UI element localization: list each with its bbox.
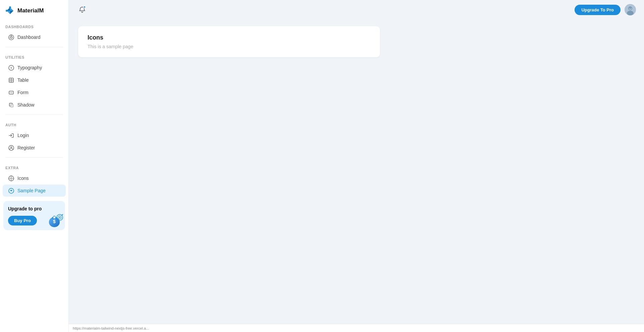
sidebar-item-label-register: Register xyxy=(17,145,35,150)
section-label-dashboards: Dashboards xyxy=(0,20,68,31)
section-utilities: Utilities T Typography Table xyxy=(0,51,68,111)
app-name: MaterialM xyxy=(17,7,44,14)
topbar: Upgrade To Pro xyxy=(69,0,644,19)
divider-3 xyxy=(5,157,63,158)
dashboard-icon xyxy=(8,34,14,40)
svg-line-33 xyxy=(62,214,63,215)
upgrade-to-pro-button[interactable]: Upgrade To Pro xyxy=(575,5,621,15)
svg-point-38 xyxy=(631,8,632,9)
main-area: Upgrade To Pro Icons This is a sample pa… xyxy=(69,0,644,332)
section-dashboards: Dashboards Dashboard xyxy=(0,20,68,44)
section-extra: Extra Icons xyxy=(0,161,68,197)
sidebar-item-shadow[interactable]: Shadow xyxy=(3,99,66,111)
sidebar-item-sample-page[interactable]: Sample Page xyxy=(3,185,66,197)
topbar-left xyxy=(77,4,88,15)
form-icon xyxy=(8,89,14,95)
sidebar-item-label-form: Form xyxy=(17,90,29,95)
sidebar-item-typography[interactable]: T Typography xyxy=(3,62,66,74)
sidebar-item-register[interactable]: Register xyxy=(3,142,66,154)
notification-bell-button[interactable] xyxy=(77,4,88,15)
svg-point-37 xyxy=(629,8,630,9)
section-auth: Auth Login Register xyxy=(0,118,68,154)
user-avatar[interactable] xyxy=(625,4,636,15)
svg-point-28 xyxy=(53,216,56,219)
sidebar-item-login[interactable]: Login xyxy=(3,129,66,141)
upgrade-card-illustration: $ xyxy=(46,211,63,228)
sidebar-item-table[interactable]: Table xyxy=(3,74,66,86)
page-subtitle: This is a sample page xyxy=(88,44,371,49)
icons-icon xyxy=(8,175,14,181)
sidebar-item-form[interactable]: Form xyxy=(3,86,66,98)
sample-page-icon xyxy=(8,188,14,194)
sidebar-item-label-login: Login xyxy=(17,133,29,138)
statusbar-url: https://materialm-tailwind-nextjs-free.v… xyxy=(73,326,149,330)
sidebar-item-label-dashboard: Dashboard xyxy=(17,35,41,40)
login-icon xyxy=(8,132,14,138)
sidebar-item-label-sample-page: Sample Page xyxy=(17,188,46,193)
sidebar: MaterialM Dashboards Dashboard Utilities… xyxy=(0,0,69,332)
svg-point-0 xyxy=(9,6,11,8)
shadow-icon xyxy=(8,102,14,108)
svg-point-17 xyxy=(10,146,12,148)
typography-icon: T xyxy=(8,65,14,71)
page-content: Icons This is a sample page xyxy=(69,19,644,324)
upgrade-card: Upgrade to pro Buy Pro $ xyxy=(3,201,65,230)
sidebar-item-label-table: Table xyxy=(17,77,29,83)
svg-point-3 xyxy=(10,36,12,38)
svg-point-19 xyxy=(10,178,12,179)
register-icon xyxy=(8,145,14,151)
logo-icon xyxy=(5,6,15,15)
sidebar-item-label-icons: Icons xyxy=(17,176,29,181)
section-label-utilities: Utilities xyxy=(0,51,68,61)
sidebar-item-label-shadow: Shadow xyxy=(17,102,35,108)
svg-point-36 xyxy=(627,11,634,15)
divider-2 xyxy=(5,115,63,115)
svg-rect-14 xyxy=(10,104,13,107)
sidebar-item-dashboard[interactable]: Dashboard xyxy=(3,31,66,43)
topbar-right: Upgrade To Pro xyxy=(575,4,636,15)
svg-point-32 xyxy=(59,217,60,218)
section-label-auth: Auth xyxy=(0,118,68,129)
notification-dot xyxy=(83,6,86,8)
divider-1 xyxy=(5,47,63,47)
svg-point-25 xyxy=(11,190,12,191)
svg-point-1 xyxy=(6,10,8,12)
page-title: Icons xyxy=(88,34,371,41)
content-card: Icons This is a sample page xyxy=(78,26,380,57)
sidebar-item-label-typography: Typography xyxy=(17,65,42,70)
sidebar-logo: MaterialM xyxy=(0,0,68,20)
svg-text:T: T xyxy=(10,67,12,70)
buy-pro-button[interactable]: Buy Pro xyxy=(8,216,37,225)
svg-text:$: $ xyxy=(53,219,56,224)
sidebar-item-icons[interactable]: Icons xyxy=(3,172,66,184)
statusbar: https://materialm-tailwind-nextjs-free.v… xyxy=(69,324,644,332)
section-label-extra: Extra xyxy=(0,161,68,172)
table-icon xyxy=(8,77,14,83)
